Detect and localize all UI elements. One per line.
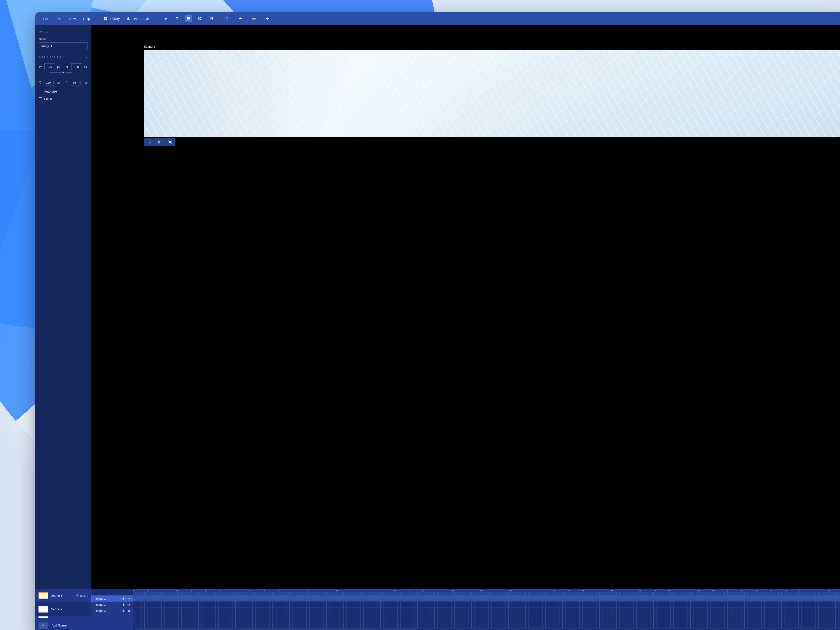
ruler-tick: 30 (567, 589, 582, 592)
layer-header-strip (92, 589, 133, 595)
height-input[interactable] (71, 63, 82, 70)
scene-row-1[interactable]: Scene 1 50s (35, 589, 92, 602)
time-ruler[interactable]: 0123456789101112131415161718192021222324… (133, 589, 840, 592)
undo-button[interactable] (144, 138, 155, 146)
menu-help[interactable]: Help (80, 15, 93, 22)
mirror-icon (158, 140, 162, 144)
scene-thumb-1[interactable] (38, 592, 48, 599)
timeline-track-2[interactable] (133, 602, 840, 608)
library-label: Library (110, 17, 120, 21)
ruler-tick: 0 (133, 589, 147, 592)
layer-row-2[interactable]: Image 2 (92, 602, 133, 608)
ruler-tick: 31 (582, 589, 596, 592)
unlock-icon[interactable] (122, 597, 125, 600)
ruler-tick: 35 (639, 589, 654, 592)
scale-row[interactable]: Scale (39, 97, 87, 101)
library-button[interactable]: Library (101, 15, 123, 22)
scene-duration-1[interactable]: 50s (76, 594, 88, 597)
h-label: H (66, 65, 69, 68)
bar-chart-icon (126, 17, 130, 21)
app-window: File Edit View Help Library Data Service (35, 12, 840, 630)
menu-file[interactable]: File (40, 15, 51, 22)
scene-thumb-2[interactable] (38, 606, 48, 613)
y-input[interactable]: 98 (71, 79, 82, 86)
ruler-tick: 12 (307, 589, 321, 592)
play-icon[interactable] (162, 15, 169, 22)
canvas-area[interactable]: Scene 1 (92, 25, 840, 589)
autosize-row[interactable]: Auto-size (39, 90, 87, 93)
x-label: X (39, 81, 42, 84)
layers-toggle-button[interactable] (165, 138, 175, 146)
inspector-title: IMAGE (39, 30, 87, 33)
tool-group-insert (162, 15, 215, 22)
canvas-scene-label: Scene 1 (144, 45, 155, 48)
ruler-tick: 14 (336, 589, 350, 592)
text-icon[interactable] (174, 15, 181, 22)
ruler-tick: 26 (509, 589, 524, 592)
layer-row-1[interactable]: Image 1 (92, 595, 133, 602)
eye-icon[interactable] (127, 603, 130, 606)
library-icon (104, 17, 107, 21)
weather-icon[interactable] (237, 15, 244, 22)
canvas-image-content[interactable] (144, 50, 840, 137)
width-input[interactable] (44, 63, 55, 70)
menubar: File Edit View Help Library Data Service (35, 12, 840, 25)
scale-checkbox[interactable] (39, 97, 42, 100)
timeline-track-3[interactable] (133, 608, 840, 614)
size-position-label: SIZE & POSITION (39, 56, 64, 59)
clipboard-icon[interactable] (223, 15, 231, 22)
timer-icon (76, 594, 79, 597)
shapes-icon[interactable] (196, 15, 204, 22)
layer-row-3[interactable]: Image 3 (92, 608, 133, 614)
name-label: Name (39, 38, 87, 41)
ruler-tick: 17 (379, 589, 393, 592)
ruler-tick: 6 (220, 589, 234, 592)
ruler-tick: 24 (480, 589, 495, 592)
add-scene-label: Add Scene (52, 624, 67, 627)
ruler-tick: 22 (451, 589, 466, 592)
autosize-label: Auto-size (44, 90, 57, 93)
menu-edit[interactable]: Edit (52, 15, 64, 22)
unlock-icon[interactable] (122, 609, 125, 612)
inspector-panel: IMAGE Name SIZE & POSITION W px H px (35, 25, 92, 589)
mirror-button[interactable] (155, 138, 165, 146)
ruler-tick: 20 (422, 589, 437, 592)
timeline-track-empty[interactable] (133, 614, 840, 629)
ruler-tick: 1 (147, 589, 162, 592)
ruler-tick: 36 (654, 589, 668, 592)
ruler-tick: 34 (625, 589, 639, 592)
x-input[interactable]: 120 (44, 79, 55, 86)
ruler-tick: 15 (350, 589, 365, 592)
ruler-tick: 48 (828, 589, 840, 592)
menu-view[interactable]: View (66, 15, 79, 22)
add-scene-row[interactable]: Add Scene (35, 619, 92, 630)
ruler-tick: 40 (712, 589, 726, 592)
layer-name-3: Image 3 (95, 609, 106, 613)
autosize-checkbox[interactable] (39, 90, 42, 93)
ruler-tick: 19 (408, 589, 422, 592)
data-service-button[interactable]: Data Service (124, 15, 154, 22)
ruler-tick: 45 (784, 589, 799, 592)
timeline: 0123456789101112131415161718192021222324… (133, 589, 840, 630)
video-icon[interactable] (208, 15, 215, 22)
ruler-tick: 32 (596, 589, 611, 592)
ruler-tick: 37 (668, 589, 683, 592)
svg-text:12:00: 12:00 (253, 18, 256, 19)
lock-aspect-icon[interactable] (62, 71, 65, 74)
ruler-tick: 4 (191, 589, 205, 592)
size-position-header[interactable]: SIZE & POSITION (39, 56, 87, 59)
code-icon[interactable] (264, 15, 271, 22)
eye-icon[interactable] (127, 597, 130, 600)
ruler-tick: 29 (553, 589, 567, 592)
name-input[interactable] (39, 43, 87, 50)
ruler-tick: 10 (278, 589, 292, 592)
image-icon[interactable] (185, 15, 192, 22)
eye-off-icon[interactable] (127, 609, 130, 612)
timeline-track-1[interactable] (133, 595, 840, 602)
clock-icon[interactable]: 12:00 (250, 15, 258, 22)
scene-row-2[interactable]: Scene 2 (35, 602, 92, 616)
scene-row-strip (35, 616, 92, 619)
lock-icon[interactable] (122, 603, 125, 606)
add-scene-button[interactable] (38, 622, 48, 629)
ruler-tick: 43 (755, 589, 770, 592)
